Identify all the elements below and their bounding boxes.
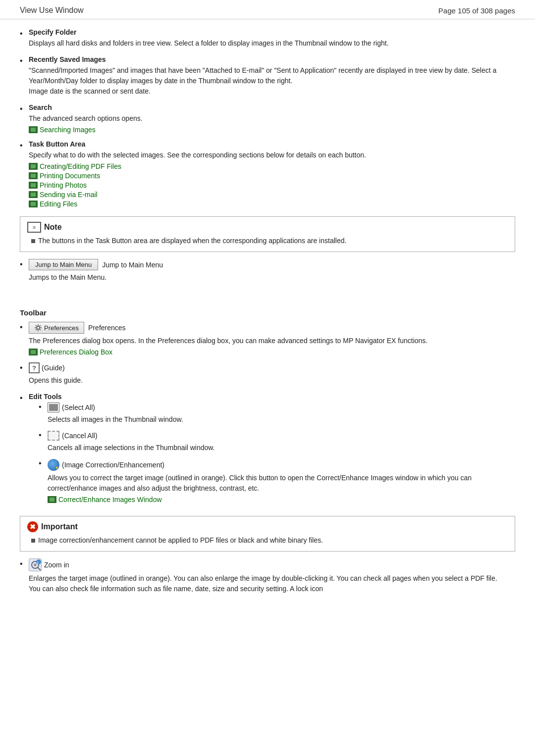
preferences-icon (34, 324, 42, 332)
sub-list-item: • (Select All) Selects all images in the… (39, 403, 515, 427)
bullet-content: Recently Saved Images "Scanned/Imported … (29, 55, 515, 99)
svg-line-8 (36, 329, 37, 330)
jump-to-main-menu-button[interactable]: Jump to Main Menu (29, 259, 98, 270)
link-icon (29, 191, 38, 198)
jump-desc: Jumps to the Main Menu. (29, 272, 515, 283)
editing-files-link[interactable]: Editing Files (40, 200, 77, 208)
correct-enhance-link[interactable]: Correct/Enhance Images Window (58, 496, 162, 504)
note-text: The buttons in the Task Button area are … (38, 237, 346, 245)
main-content: • Specify Folder Displays all hard disks… (0, 19, 535, 616)
bullet-title: Task Button Area (29, 140, 515, 148)
list-item: • Edit Tools • (Select All) (20, 393, 515, 509)
bullet-dot: • (20, 104, 29, 113)
link-row: Printing Documents (29, 172, 515, 180)
link-row: Sending via E-mail (29, 191, 515, 199)
page-header-title: View Use Window (20, 6, 84, 15)
zoom-icon: i (29, 558, 42, 571)
list-item: • ? (Guide) Opens this guide. (20, 362, 515, 388)
svg-line-5 (36, 325, 37, 326)
bullet-dot: • (20, 29, 29, 38)
printing-documents-link[interactable]: Printing Documents (40, 172, 100, 180)
page-number: Page 105 of 308 pages (438, 6, 515, 15)
bullet-content: Specify Folder Displays all hard disks a… (29, 28, 515, 50)
jump-label: Jump to Main Menu (102, 261, 163, 269)
sub-bullet-content: ✦ (Image Correction/Enhancement) Allows … (48, 459, 515, 505)
guide-icon: ? (29, 362, 40, 373)
note-box: ≡ Note The buttons in the Task Button ar… (20, 216, 515, 252)
bullet-desc: Displays all hard disks and folders in t… (29, 38, 515, 49)
link-row: Searching Images (29, 126, 515, 134)
link-row: Preferences Dialog Box (29, 348, 515, 356)
select-all-label: (Select All) (62, 403, 95, 411)
list-item: • Search The advanced search options ope… (20, 103, 515, 135)
page-header: View Use Window Page 105 of 308 pages (0, 0, 535, 19)
jump-button-row: Jump to Main Menu Jump to Main Menu (29, 259, 515, 270)
bullet-content: Jump to Main Menu Jump to Main Menu Jump… (29, 259, 515, 285)
select-all-icon (48, 403, 59, 412)
preferences-desc: The Preferences dialog box opens. In the… (29, 336, 515, 346)
printing-photos-link[interactable]: Printing Photos (40, 181, 87, 189)
important-header: ✖ Important (27, 521, 508, 532)
list-item: • Preferences (20, 322, 515, 357)
zoom-desc: Enlarges the target image (outlined in o… (29, 573, 515, 594)
preferences-dialog-link[interactable]: Preferences Dialog Box (40, 348, 112, 356)
select-all-desc: Selects all images in the Thumbnail wind… (48, 414, 515, 425)
preferences-label: Preferences (88, 324, 125, 332)
sub-list-item: • ✦ (Image Correction/Enhancement) Allow… (39, 459, 515, 505)
list-item: • Specify Folder Displays all hard disks… (20, 28, 515, 50)
svg-line-10 (38, 567, 41, 570)
image-correct-desc: Allows you to correct the target image (… (48, 473, 515, 494)
sending-email-link[interactable]: Sending via E-mail (40, 191, 98, 199)
preferences-button-label: Preferences (44, 324, 79, 332)
bullet-dot: • (20, 394, 29, 403)
svg-line-7 (40, 325, 41, 326)
bullet-dot: • (20, 323, 29, 332)
link-icon (29, 349, 38, 355)
zoom-row: i Zoom in (29, 558, 515, 571)
zoom-in-svg: i (29, 559, 42, 572)
cancel-all-row: (Cancel All) (48, 431, 515, 441)
bullet-content: Search The advanced search options opens… (29, 103, 515, 135)
link-icon (29, 201, 38, 207)
bullet-dot: • (20, 141, 29, 150)
sub-bullet-content: (Cancel All) Cancels all image selection… (48, 431, 515, 455)
creating-pdf-link[interactable]: Creating/Editing PDF Files (40, 162, 121, 170)
bullet-title: Search (29, 103, 515, 111)
sub-bullet-content: (Select All) Selects all images in the T… (48, 403, 515, 427)
list-item: • Recently Saved Images "Scanned/Importe… (20, 55, 515, 99)
important-text: Image correction/enhancement cannot be a… (38, 536, 323, 544)
bullet-title: Specify Folder (29, 28, 515, 36)
link-icon (29, 172, 38, 179)
note-title: Note (44, 223, 62, 232)
link-row: Creating/Editing PDF Files (29, 162, 515, 170)
bullet-dot: • (39, 459, 48, 468)
bullet-dot: • (20, 260, 29, 269)
cancel-all-desc: Cancels all image selections in the Thum… (48, 443, 515, 453)
svg-point-13 (36, 559, 41, 564)
guide-label: (Guide) (42, 364, 65, 372)
select-all-row: (Select All) (48, 403, 515, 412)
bullet-content: Task Button Area Specify what to do with… (29, 140, 515, 209)
cancel-all-icon (48, 431, 59, 441)
guide-row: ? (Guide) (29, 362, 515, 373)
important-icon: ✖ (27, 521, 38, 532)
image-correct-label: (Image Correction/Enhancement) (62, 461, 164, 469)
searching-images-link[interactable]: Searching Images (40, 126, 96, 134)
preferences-button[interactable]: Preferences (29, 322, 84, 334)
list-item: • Task Button Area Specify what to do wi… (20, 140, 515, 209)
svg-point-0 (37, 326, 40, 329)
svg-line-6 (40, 329, 41, 330)
note-item: The buttons in the Task Button area are … (27, 237, 508, 245)
link-row: Printing Photos (29, 181, 515, 189)
link-row: Correct/Enhance Images Window (48, 496, 515, 504)
image-correct-row: ✦ (Image Correction/Enhancement) (48, 459, 515, 471)
zoom-label: Zoom in (44, 561, 69, 569)
list-item: • i Zoom in Enlarges the target image (o… (20, 558, 515, 596)
bullet-content: Preferences Preferences The Preferences … (29, 322, 515, 357)
link-row: Editing Files (29, 200, 515, 208)
important-box: ✖ Important Image correction/enhancement… (20, 516, 515, 552)
cancel-all-label: (Cancel All) (62, 432, 98, 440)
sub-list-item: • (Cancel All) Cancels all image selecti… (39, 431, 515, 455)
bullet-dot: • (20, 559, 29, 568)
bullet-content: i Zoom in Enlarges the target image (out… (29, 558, 515, 596)
